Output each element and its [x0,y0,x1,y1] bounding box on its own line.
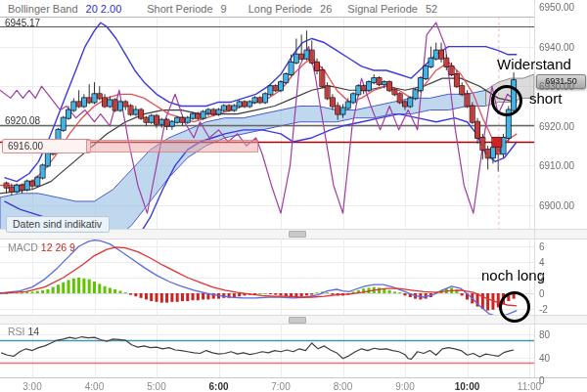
panel-divider-handle-bottom[interactable] [289,317,306,324]
macd-axis-label: 6 [539,241,545,252]
trading-chart-window: Bollinger Band 20 2.00 Short Periode 9 L… [0,0,587,392]
time-axis-label: 9:00 [395,381,414,392]
level-label-upper: 6945.17 [5,18,40,28]
macd-axis-label: 4 [539,257,545,268]
price-highlight-circle [491,85,522,116]
rsi-axis-label: 80 [539,329,550,340]
rsi-title: RSI 14 [8,326,39,337]
signal-period-label: Signal Periode [347,3,418,15]
macd-axis-label: -2 [539,304,548,315]
macd-highlight-circle [499,291,530,323]
price-axis-label: 6950.00 [539,2,574,13]
price-axis-label: 6910.00 [539,160,574,171]
resistance-annotation: Widerstand [497,56,571,72]
alert-price-band [86,140,258,152]
macd-title: MACD 12 26 9 [8,241,75,253]
disclaimer-tooltip: Daten sind indikativ [6,216,110,233]
time-axis-label: 10:00 [455,381,480,392]
rsi-axis-label: 40 [539,352,550,363]
time-axis-label: 3:00 [23,381,41,392]
bollinger-band-label: Bollinger Band [8,3,78,15]
macd-axis-label: 0 [539,288,545,299]
rsi-label: RSI [8,326,25,337]
macd-label: MACD [8,241,38,253]
price-axis-label: 6940.00 [539,41,574,52]
time-axis-label: 5:00 [147,381,165,392]
short-period-value: 9 [221,3,227,15]
time-axis-label: 11:00 [518,381,541,392]
alert-price-label[interactable]: 6916.00 [2,139,91,153]
level-label-mid: 6920.08 [5,115,40,126]
time-axis-label: 4:00 [85,381,104,392]
price-axis-label: 6920.00 [539,120,574,131]
panel-divider-handle-top[interactable] [289,231,306,238]
signal-period-value: 52 [426,3,437,15]
bollinger-band-values: 20 2.00 [86,3,122,15]
price-axis-label: 6930.00 [539,81,574,92]
indicator-params-bar: Bollinger Band 20 2.00 Short Periode 9 L… [0,0,534,18]
long-period-value: 26 [320,3,332,15]
macd-params: 12 26 9 [41,241,75,253]
short-period-label: Short Periode [147,3,212,15]
long-period-label: Long Periode [248,3,312,15]
rsi-param: 14 [27,326,39,337]
macd-axis-label: 2 [539,273,545,283]
time-axis-label: 8:00 [334,381,352,392]
short-annotation: short [529,90,562,107]
time-axis-label: 7:00 [271,381,290,392]
time-axis-label: 6:00 [208,381,228,392]
noch-long-annotation: noch long [481,267,545,283]
price-axis-label: 6900.00 [539,200,574,211]
